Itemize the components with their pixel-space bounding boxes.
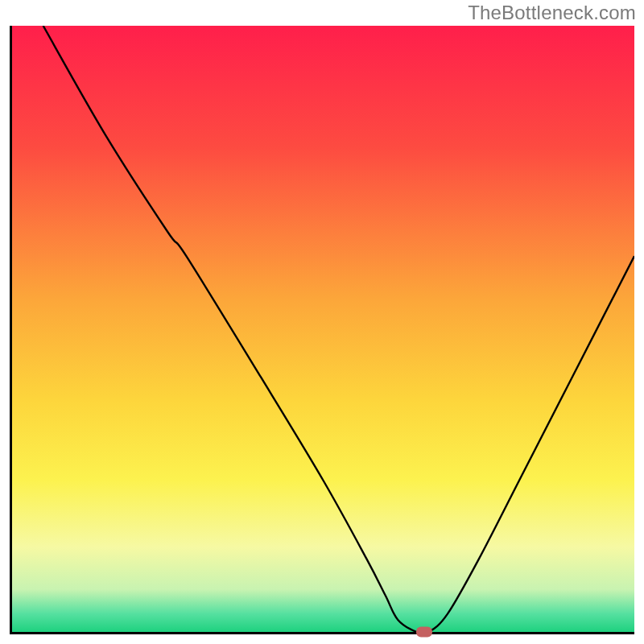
- chart-root: TheBottleneck.com: [0, 0, 644, 644]
- gradient-background: [12, 26, 634, 632]
- plot-area: [10, 26, 634, 634]
- plot-svg: [12, 26, 634, 632]
- watermark-text: TheBottleneck.com: [468, 2, 636, 24]
- optimal-point-marker: [416, 627, 432, 638]
